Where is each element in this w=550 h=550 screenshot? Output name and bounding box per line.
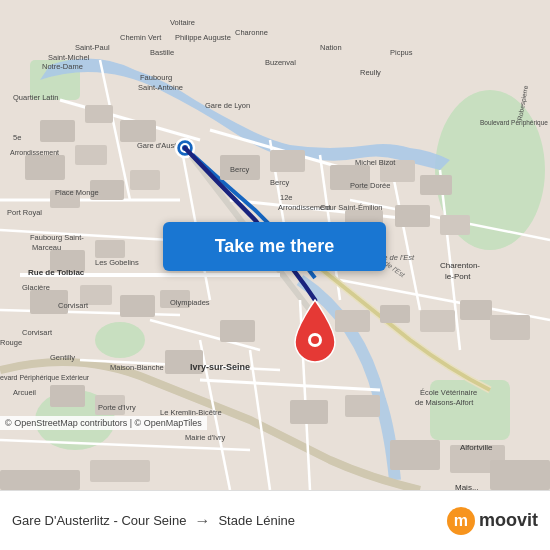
- route-from: Gare D'Austerlitz - Cour Seine: [12, 513, 186, 528]
- svg-text:Cour Saint-Émilion: Cour Saint-Émilion: [320, 203, 383, 212]
- svg-text:Mais...: Mais...: [455, 483, 479, 490]
- svg-text:Place Monge: Place Monge: [55, 188, 99, 197]
- svg-rect-28: [40, 120, 75, 142]
- svg-rect-62: [90, 460, 150, 482]
- svg-text:Gare de Lyon: Gare de Lyon: [205, 101, 250, 110]
- svg-rect-50: [220, 320, 255, 342]
- svg-rect-37: [270, 150, 305, 172]
- svg-text:Charonne: Charonne: [235, 28, 268, 37]
- svg-rect-40: [420, 175, 452, 195]
- svg-point-5: [95, 322, 145, 358]
- svg-text:Gentilly: Gentilly: [50, 353, 75, 362]
- svg-rect-53: [380, 305, 410, 323]
- svg-rect-42: [395, 205, 430, 227]
- svg-rect-29: [85, 105, 113, 123]
- svg-text:Philippe Auguste: Philippe Auguste: [175, 33, 231, 42]
- svg-text:Port Royal: Port Royal: [7, 208, 42, 217]
- svg-text:Saint-Antoine: Saint-Antoine: [138, 83, 183, 92]
- svg-rect-43: [440, 215, 470, 235]
- svg-text:Alfortville: Alfortville: [460, 443, 493, 452]
- svg-rect-45: [95, 240, 125, 258]
- svg-text:Notre-Dame: Notre-Dame: [42, 62, 83, 71]
- svg-text:Rouge: Rouge: [0, 338, 22, 347]
- svg-text:Quartier Latin: Quartier Latin: [13, 93, 58, 102]
- svg-point-125: [311, 336, 319, 344]
- svg-text:Corvisart: Corvisart: [22, 328, 53, 337]
- svg-text:Buzenval: Buzenval: [265, 58, 296, 67]
- svg-text:Rue de Tolbiac: Rue de Tolbiac: [28, 268, 85, 277]
- svg-text:evard Périphérique Extérieur: evard Périphérique Extérieur: [0, 374, 90, 382]
- route-to: Stade Lénine: [218, 513, 295, 528]
- svg-text:Bastille: Bastille: [150, 48, 174, 57]
- svg-text:de Maisons-Alfort: de Maisons-Alfort: [415, 398, 474, 407]
- svg-text:Arcueil: Arcueil: [13, 388, 36, 397]
- svg-text:Porte d'Ivry: Porte d'Ivry: [98, 403, 136, 412]
- take-me-there-button[interactable]: Take me there: [163, 222, 386, 271]
- moovit-logo: m moovit: [447, 507, 538, 535]
- svg-text:Voltaire: Voltaire: [170, 18, 195, 27]
- svg-text:Faubourg: Faubourg: [140, 73, 172, 82]
- svg-rect-61: [0, 470, 80, 490]
- svg-rect-54: [420, 310, 455, 332]
- svg-rect-63: [390, 440, 440, 470]
- svg-text:Saint-Paul: Saint-Paul: [75, 43, 110, 52]
- svg-rect-35: [130, 170, 160, 190]
- svg-text:Porte Dorée: Porte Dorée: [350, 181, 390, 190]
- svg-text:Faubourg Saint-: Faubourg Saint-: [30, 233, 84, 242]
- svg-text:le-Pont: le-Pont: [445, 272, 471, 281]
- svg-text:12e: 12e: [280, 193, 293, 202]
- svg-rect-30: [25, 155, 65, 180]
- svg-text:Glacière: Glacière: [22, 283, 50, 292]
- svg-text:Maison-Blanche: Maison-Blanche: [110, 363, 164, 372]
- svg-text:Marceau: Marceau: [32, 243, 61, 252]
- svg-text:Bercy: Bercy: [270, 178, 289, 187]
- svg-text:Saint-Michel: Saint-Michel: [48, 53, 90, 62]
- svg-text:Les Gobelins: Les Gobelins: [95, 258, 139, 267]
- svg-rect-31: [75, 145, 107, 165]
- route-arrow: →: [194, 512, 210, 530]
- svg-text:Bercy: Bercy: [230, 165, 249, 174]
- svg-rect-59: [290, 400, 328, 424]
- svg-text:5e: 5e: [13, 133, 21, 142]
- svg-text:École Vétérinaire: École Vétérinaire: [420, 388, 477, 397]
- svg-rect-60: [345, 395, 380, 417]
- svg-text:Charenton-: Charenton-: [440, 261, 480, 270]
- map-attribution: © OpenStreetMap contributors | © OpenMap…: [0, 416, 207, 430]
- svg-rect-52: [335, 310, 370, 332]
- moovit-logo-text: moovit: [479, 510, 538, 531]
- moovit-logo-icon: m: [447, 507, 475, 535]
- svg-text:Picpus: Picpus: [390, 48, 413, 57]
- svg-rect-56: [490, 315, 530, 340]
- svg-text:Ivry-sur-Seine: Ivry-sur-Seine: [190, 362, 250, 372]
- svg-rect-57: [50, 385, 85, 407]
- svg-text:Nation: Nation: [320, 43, 342, 52]
- svg-text:Arrondissement: Arrondissement: [10, 149, 59, 156]
- svg-rect-48: [120, 295, 155, 317]
- bottom-bar: Gare D'Austerlitz - Cour Seine → Stade L…: [0, 490, 550, 550]
- svg-text:Olympiades: Olympiades: [170, 298, 210, 307]
- map-container: Saint-Michel Notre-Dame Quartier Latin 5…: [0, 0, 550, 490]
- svg-text:Mairie d'Ivry: Mairie d'Ivry: [185, 433, 225, 442]
- svg-text:Michel Bizot: Michel Bizot: [355, 158, 396, 167]
- svg-rect-65: [490, 460, 550, 490]
- svg-text:Chemin Vert: Chemin Vert: [120, 33, 162, 42]
- svg-text:Reully: Reully: [360, 68, 381, 77]
- svg-text:Corvisart: Corvisart: [58, 301, 89, 310]
- svg-rect-32: [120, 120, 156, 142]
- svg-rect-55: [460, 300, 492, 320]
